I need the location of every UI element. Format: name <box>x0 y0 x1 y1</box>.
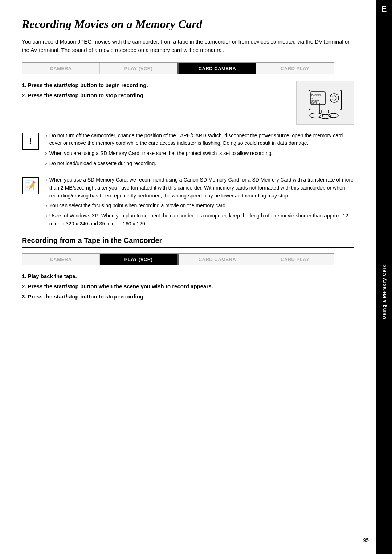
tab2-card-camera[interactable]: CARD CAMERA <box>179 254 256 265</box>
tab-card-play[interactable]: CARD PLAY <box>256 63 334 74</box>
note-item-3: Users of Windows XP: When you plan to co… <box>44 212 354 228</box>
tab2-play-vcr[interactable]: PLAY (VCR) <box>100 254 177 265</box>
tab2-card-play[interactable]: CARD PLAY <box>256 254 334 265</box>
page-title: Recording Movies on a Memory Card <box>22 17 354 31</box>
note-block: 📝 When you use a SD Memory Card, we reco… <box>22 176 354 230</box>
step-2-2: Press the start/stop button when the sce… <box>22 282 354 291</box>
tab-play-vcr[interactable]: PLAY (VCR) <box>100 63 177 74</box>
tab2-camera[interactable]: CAMERA <box>22 254 100 265</box>
page-number: 95 <box>363 537 369 543</box>
section1-content: Press the start/stop button to begin rec… <box>22 81 354 125</box>
warning-item-3: Do not load/unload a cassette during rec… <box>44 160 354 168</box>
sidebar-tab: E Using a Memory Card <box>376 0 392 554</box>
svg-text:●: ● <box>311 97 313 99</box>
section1-mode-selector: CAMERA PLAY (VCR) CARD CAMERA CARD PLAY <box>22 62 334 74</box>
step-2-1: Play back the tape. <box>22 272 354 281</box>
steps-area-1: Press the start/stop button to begin rec… <box>22 81 289 106</box>
camcorder-image: PLAY(VCR) ● CAMERA MOVIE <box>296 81 354 125</box>
svg-point-3 <box>332 96 336 100</box>
svg-rect-5 <box>322 110 329 113</box>
page-container: Recording Movies on a Memory Card You ca… <box>0 0 392 554</box>
svg-rect-4 <box>309 110 320 113</box>
tab-card-camera[interactable]: CARD CAMERA <box>179 63 256 74</box>
svg-text:PLAY(VCR): PLAY(VCR) <box>311 94 321 96</box>
note-content: When you use a SD Memory Card, we recomm… <box>44 176 354 230</box>
section2-title: Recording from a Tape in the Camcorder <box>22 236 354 248</box>
e-badge: E <box>376 0 392 18</box>
note-icon: 📝 <box>22 177 39 194</box>
note-item-2: You can select the focusing point when r… <box>44 202 354 210</box>
steps-list-1: Press the start/stop button to begin rec… <box>22 81 289 100</box>
sidebar-label: Using a Memory Card <box>381 264 387 319</box>
svg-text:MOVIE: MOVIE <box>311 102 318 104</box>
camcorder-svg: PLAY(VCR) ● CAMERA MOVIE <box>298 83 352 123</box>
warning-content: Do not turn off the camcorder, change th… <box>44 132 354 170</box>
section2-mode-selector: CAMERA PLAY (VCR) CARD CAMERA CARD PLAY <box>22 253 334 265</box>
warning-item-1: Do not turn off the camcorder, change th… <box>44 132 354 147</box>
note-item-1: When you use a SD Memory Card, we recomm… <box>44 176 354 200</box>
step-1-2: Press the start/stop button to stop reco… <box>22 91 289 100</box>
warning-block: ! Do not turn off the camcorder, change … <box>22 132 354 170</box>
warning-item-2: When you are using a SD Memory Card, mak… <box>44 150 354 158</box>
main-content: Recording Movies on a Memory Card You ca… <box>0 0 376 554</box>
warning-icon: ! <box>22 133 39 150</box>
steps-list-2: Play back the tape. Press the start/stop… <box>22 272 354 301</box>
intro-text: You can record Motion JPEG movies with t… <box>22 37 354 54</box>
step-2-3: Press the start/stop button to stop reco… <box>22 292 354 301</box>
step-1-1: Press the start/stop button to begin rec… <box>22 81 289 90</box>
tab-camera[interactable]: CAMERA <box>22 63 100 74</box>
svg-point-2 <box>330 94 339 102</box>
